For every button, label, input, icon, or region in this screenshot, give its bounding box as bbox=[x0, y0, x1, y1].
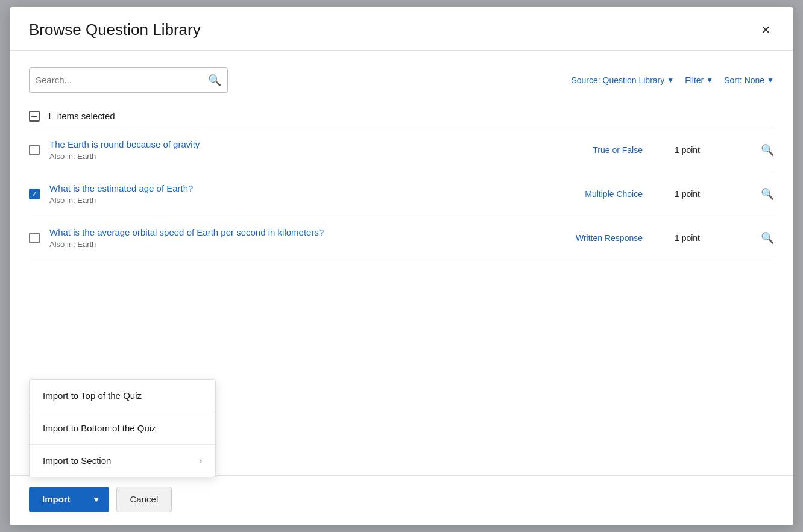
source-chevron-icon: ▼ bbox=[667, 76, 674, 84]
indeterminate-icon bbox=[31, 116, 37, 117]
import-to-section-label: Import to Section bbox=[43, 455, 111, 466]
import-to-top-label: Import to Top of the Quiz bbox=[43, 390, 142, 401]
filter-dropdown-button[interactable]: Filter ▼ bbox=[685, 75, 713, 85]
checkmark-icon: ✓ bbox=[31, 190, 38, 198]
select-all-checkbox[interactable] bbox=[29, 111, 40, 122]
close-button[interactable]: × bbox=[758, 20, 774, 39]
import-to-bottom-item[interactable]: Import to Bottom of the Quiz bbox=[30, 412, 215, 445]
question-1-points: 1 point bbox=[667, 145, 700, 155]
search-icon: 🔍 bbox=[208, 74, 221, 87]
question-3-title: What is the average orbital speed of Ear… bbox=[49, 227, 555, 237]
question-2-checkbox[interactable]: ✓ bbox=[29, 189, 40, 199]
cancel-button[interactable]: Cancel bbox=[116, 487, 172, 512]
question-3-meta: Written Response 1 point bbox=[564, 233, 745, 243]
question-1-checkbox[interactable] bbox=[29, 145, 40, 155]
sort-label: Sort: None bbox=[724, 75, 764, 85]
question-3-type: Written Response bbox=[564, 233, 643, 243]
toolbar: 🔍 Source: Question Library ▼ Filter ▼ So… bbox=[29, 67, 774, 93]
table-row: ✓ What is the estimated age of Earth? Al… bbox=[29, 172, 774, 216]
select-all-row: 1 items selected bbox=[29, 105, 774, 128]
search-box: 🔍 bbox=[29, 67, 228, 93]
import-to-bottom-label: Import to Bottom of the Quiz bbox=[43, 423, 156, 433]
import-to-top-item[interactable]: Import to Top of the Quiz bbox=[30, 380, 215, 412]
sort-dropdown-button[interactable]: Sort: None ▼ bbox=[724, 75, 774, 85]
selected-count-label: items selected bbox=[57, 111, 115, 121]
question-2-points: 1 point bbox=[667, 189, 700, 199]
import-button[interactable]: Import bbox=[29, 487, 84, 512]
table-row: The Earth is round because of gravity Al… bbox=[29, 128, 774, 172]
selected-count-number: 1 bbox=[47, 111, 52, 121]
question-3-preview-icon[interactable]: 🔍 bbox=[761, 231, 774, 245]
browse-question-library-modal: Browse Question Library × 🔍 Source: Ques… bbox=[10, 7, 793, 525]
source-label: Source: Question Library bbox=[571, 75, 664, 85]
import-dropdown-toggle-button[interactable]: ▼ bbox=[84, 487, 109, 512]
search-input[interactable] bbox=[36, 75, 208, 85]
chevron-right-icon: › bbox=[199, 455, 202, 465]
question-1-meta: True or False 1 point bbox=[564, 145, 745, 155]
selected-count: 1 items selected bbox=[47, 111, 115, 121]
question-3-subtitle: Also in: Earth bbox=[49, 240, 555, 249]
question-2-subtitle: Also in: Earth bbox=[49, 196, 555, 205]
import-dropdown-chevron-icon: ▼ bbox=[92, 495, 101, 504]
question-3-info: What is the average orbital speed of Ear… bbox=[49, 227, 555, 249]
question-3-points: 1 point bbox=[667, 233, 700, 243]
modal-overlay: Browse Question Library × 🔍 Source: Ques… bbox=[0, 0, 803, 532]
question-2-type: Multiple Choice bbox=[564, 189, 643, 199]
modal-header: Browse Question Library × bbox=[10, 7, 793, 51]
question-2-meta: Multiple Choice 1 point bbox=[564, 189, 745, 199]
import-dropdown-menu: Import to Top of the Quiz Import to Bott… bbox=[29, 379, 216, 477]
question-2-preview-icon[interactable]: 🔍 bbox=[761, 187, 774, 201]
question-1-subtitle: Also in: Earth bbox=[49, 152, 555, 161]
question-1-preview-icon[interactable]: 🔍 bbox=[761, 143, 774, 157]
toolbar-right: Source: Question Library ▼ Filter ▼ Sort… bbox=[571, 75, 774, 85]
filter-chevron-icon: ▼ bbox=[706, 76, 713, 84]
import-to-section-item[interactable]: Import to Section › bbox=[30, 445, 215, 477]
source-dropdown-button[interactable]: Source: Question Library ▼ bbox=[571, 75, 674, 85]
question-1-title: The Earth is round because of gravity bbox=[49, 139, 555, 149]
question-1-info: The Earth is round because of gravity Al… bbox=[49, 139, 555, 161]
question-2-info: What is the estimated age of Earth? Also… bbox=[49, 183, 555, 205]
modal-title: Browse Question Library bbox=[29, 20, 201, 39]
question-3-checkbox[interactable] bbox=[29, 233, 40, 243]
import-button-group: Import to Top of the Quiz Import to Bott… bbox=[29, 487, 109, 512]
sort-chevron-icon: ▼ bbox=[767, 76, 774, 84]
filter-label: Filter bbox=[685, 75, 704, 85]
question-1-type: True or False bbox=[564, 145, 643, 155]
question-2-title: What is the estimated age of Earth? bbox=[49, 183, 555, 193]
table-row: What is the average orbital speed of Ear… bbox=[29, 216, 774, 260]
modal-footer: Import to Top of the Quiz Import to Bott… bbox=[10, 475, 793, 525]
